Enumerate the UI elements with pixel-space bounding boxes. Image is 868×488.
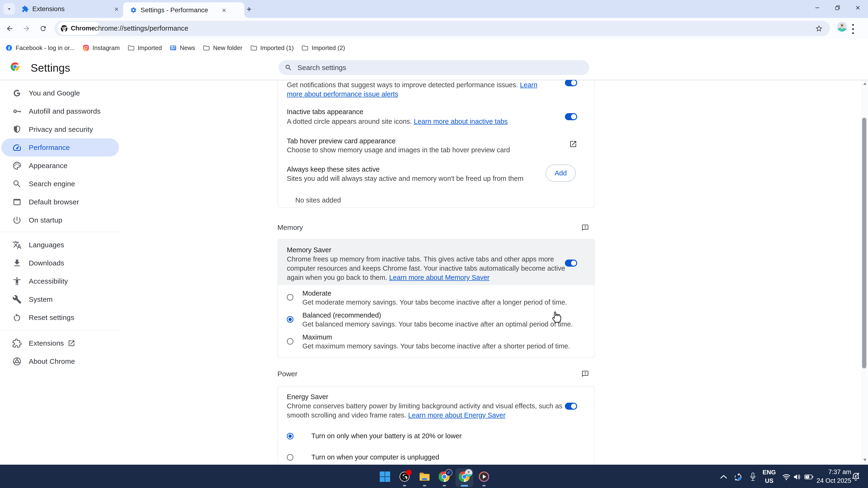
bookmark-folder-new[interactable]: New folder: [203, 44, 242, 52]
tray-volume-icon[interactable]: [793, 474, 801, 480]
browser-menu-button[interactable]: [851, 23, 855, 35]
search-engine-icon: [12, 179, 22, 189]
sidebar-item-accessibility[interactable]: Accessibility: [1, 272, 119, 290]
sidebar-item-appearance[interactable]: Appearance: [1, 157, 119, 175]
performance-alerts-toggle[interactable]: [565, 79, 577, 86]
chrome-profile2-icon-active[interactable]: [459, 471, 470, 482]
search-settings-input[interactable]: Search settings: [279, 60, 589, 75]
radio-maximum[interactable]: [287, 338, 293, 345]
sidebar-item-label: About Chrome: [29, 357, 75, 365]
cat-avatar-badge: [465, 469, 472, 477]
tray-clock[interactable]: 7:37 am 24 Oct 2025: [816, 468, 851, 485]
tab-close-icon[interactable]: [220, 6, 228, 14]
sidebar-item-about-chrome[interactable]: About Chrome: [1, 352, 119, 370]
folder-icon: [128, 44, 135, 52]
option-title: Moderate: [302, 290, 331, 297]
inactive-tabs-toggle[interactable]: [565, 113, 577, 120]
radio-battery-20[interactable]: [287, 433, 293, 440]
bookmark-folder-imported1[interactable]: Imported (1): [250, 44, 294, 52]
clock-date: 24 Oct 2025: [816, 477, 851, 485]
tray-microphone-icon[interactable]: [750, 472, 756, 482]
instagram-icon: [82, 44, 89, 52]
start-button[interactable]: [379, 471, 391, 482]
reload-button[interactable]: [35, 21, 51, 36]
sidebar-item-autofill-and-passwords[interactable]: Autofill and passwords: [1, 102, 119, 120]
bookmark-instagram[interactable]: Instagram: [82, 44, 120, 52]
sidebar-item-default-browser[interactable]: Default browser: [1, 193, 119, 211]
sidebar-item-downloads[interactable]: Downloads: [1, 254, 119, 272]
star-icon: [815, 25, 823, 33]
profile-avatar[interactable]: [837, 22, 847, 32]
sidebar-item-search-engine[interactable]: Search engine: [1, 175, 119, 193]
sidebar-item-label: Default browser: [29, 198, 79, 206]
gear-icon: [130, 7, 137, 13]
feedback-icon[interactable]: [582, 224, 589, 231]
sidebar-item-label: System: [29, 295, 53, 303]
media-player-icon[interactable]: [478, 471, 490, 482]
chrome-profile1-icon[interactable]: [439, 471, 450, 482]
site-chip[interactable]: Chrome: [57, 22, 100, 35]
sidebar-divider: [0, 330, 119, 330]
url-text[interactable]: chrome://settings/performance: [95, 25, 188, 32]
sidebar-item-you-and-google[interactable]: You and Google: [1, 84, 119, 102]
energy-saver-link[interactable]: Learn more about Energy Saver: [408, 412, 505, 419]
radio-balanced[interactable]: [287, 316, 293, 323]
new-tab-button[interactable]: [245, 5, 253, 13]
profile-badge: [445, 469, 453, 476]
tab-search-button[interactable]: [3, 3, 15, 14]
sidebar-item-label: Languages: [29, 241, 64, 249]
power-icon: [12, 216, 22, 225]
bookmark-facebook[interactable]: Facebook - log in or...: [5, 44, 74, 52]
back-button[interactable]: [2, 21, 18, 36]
sidebar-item-languages[interactable]: Languages: [1, 236, 119, 254]
bookmark-star-button[interactable]: [815, 25, 823, 33]
tray-update-icon[interactable]: [734, 473, 743, 482]
tray-notification-bell[interactable]: [851, 472, 860, 481]
radio-moderate[interactable]: [287, 294, 293, 300]
close-window-button[interactable]: [848, 0, 868, 15]
wrench-icon: [12, 295, 22, 304]
sidebar-item-label: Downloads: [29, 259, 64, 267]
sidebar-item-extensions[interactable]: Extensions: [1, 334, 119, 352]
minimize-button[interactable]: [807, 0, 828, 15]
feedback-icon[interactable]: [582, 370, 589, 378]
scrollbar[interactable]: [861, 57, 868, 465]
tray-language-indicator[interactable]: ENG US: [762, 468, 777, 485]
memory-saver-toggle[interactable]: [565, 260, 577, 267]
windows-taskbar: ENG US 7:37 am 24 Oct 2025: [0, 465, 868, 488]
external-link-icon[interactable]: [569, 140, 577, 148]
add-site-button[interactable]: Add: [546, 165, 576, 182]
tab-settings-performance[interactable]: Settings - Performance: [123, 2, 244, 18]
tray-expand-button[interactable]: [720, 474, 727, 479]
bookmark-folder-imported2[interactable]: Imported (2): [302, 44, 345, 52]
energy-saver-toggle[interactable]: [565, 403, 577, 410]
scrollbar-thumb[interactable]: [862, 118, 866, 368]
bookmark-label: Imported (1): [260, 44, 294, 52]
inactive-tabs-link[interactable]: Learn more about inactive tabs: [414, 118, 507, 125]
sidebar-item-performance[interactable]: Performance: [1, 138, 119, 157]
obs-icon[interactable]: [399, 471, 410, 482]
option-desc: Get moderate memory savings. Your tabs b…: [302, 298, 567, 306]
memory-saver-link[interactable]: Learn more about Memory Saver: [389, 274, 490, 281]
scroll-up-icon[interactable]: [863, 82, 867, 85]
scroll-down-icon[interactable]: [863, 458, 867, 462]
sidebar-item-reset-settings[interactable]: Reset settings: [1, 308, 119, 326]
tab-close-icon[interactable]: [112, 5, 121, 13]
restore-button[interactable]: [828, 0, 848, 15]
radio-unplugged[interactable]: [287, 454, 293, 461]
bookmark-news[interactable]: News: [169, 44, 195, 52]
chrome-logo-icon: [10, 62, 20, 72]
address-bar[interactable]: Chrome chrome://settings/performance: [55, 21, 830, 36]
sidebar-item-on-startup[interactable]: On startup: [1, 211, 119, 229]
sidebar-item-privacy-and-security[interactable]: Privacy and security: [1, 120, 119, 138]
notifications-row-text: Get notifications that suggest ways to i…: [287, 80, 551, 99]
sidebar-item-system[interactable]: System: [1, 290, 119, 308]
avatar-cat-image: [837, 22, 847, 32]
bookmark-label: Imported: [138, 44, 162, 52]
bookmark-folder-imported[interactable]: Imported: [128, 44, 162, 52]
tab-extensions[interactable]: Extensions: [16, 0, 123, 18]
file-explorer-icon[interactable]: [419, 471, 430, 482]
forward-button[interactable]: [19, 21, 34, 36]
tray-battery-icon[interactable]: [804, 475, 813, 479]
tray-wifi-icon[interactable]: [782, 474, 790, 480]
